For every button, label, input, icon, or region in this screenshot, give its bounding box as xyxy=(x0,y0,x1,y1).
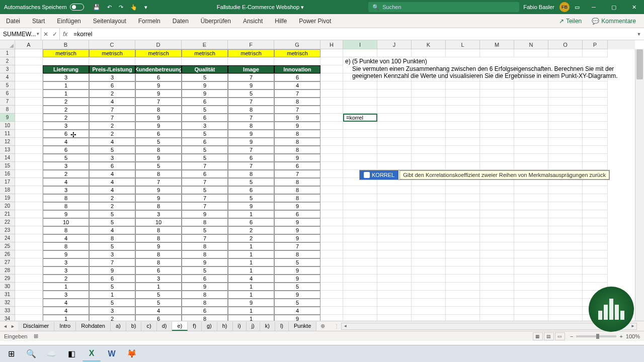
cell[interactable]: 5 xyxy=(182,73,228,81)
row-header-11[interactable]: 11 xyxy=(0,130,15,138)
cell[interactable] xyxy=(343,146,377,154)
col-header-N[interactable]: N xyxy=(514,40,548,49)
cell[interactable] xyxy=(15,258,43,266)
row-header-3[interactable]: 3 xyxy=(0,65,15,73)
cell[interactable] xyxy=(228,57,274,65)
cell[interactable] xyxy=(480,299,514,307)
cell[interactable] xyxy=(412,162,446,170)
cell[interactable] xyxy=(15,122,43,130)
cell[interactable] xyxy=(446,307,480,315)
cell[interactable] xyxy=(320,234,343,242)
cell[interactable]: 9 xyxy=(274,226,320,234)
sheet-first-icon[interactable]: ◄ xyxy=(3,324,8,329)
cell[interactable]: 5 xyxy=(182,106,228,114)
cell[interactable]: 3 xyxy=(43,122,89,130)
cell[interactable] xyxy=(343,106,377,114)
cell[interactable]: 9 xyxy=(274,202,320,210)
scroll-right-icon[interactable]: ► xyxy=(629,323,636,329)
cell[interactable] xyxy=(320,98,343,106)
search-taskbar-icon[interactable]: 🔍 xyxy=(22,346,40,361)
cell[interactable] xyxy=(446,130,480,138)
cell[interactable] xyxy=(480,130,514,138)
cell[interactable]: 4 xyxy=(274,81,320,89)
cell[interactable]: 5 xyxy=(135,299,182,307)
cell[interactable] xyxy=(412,194,446,202)
cell[interactable] xyxy=(548,266,583,275)
cell[interactable]: 8 xyxy=(135,146,182,154)
sheet-tab-k)[interactable]: k) xyxy=(260,322,275,331)
save-icon[interactable]: 💾 xyxy=(93,4,100,11)
cell[interactable] xyxy=(274,57,320,65)
cell[interactable]: 8 xyxy=(135,234,182,242)
cell[interactable] xyxy=(548,242,583,250)
row-header-12[interactable]: 12 xyxy=(0,138,15,146)
cell[interactable]: 1 xyxy=(228,266,274,275)
cell[interactable] xyxy=(182,57,228,65)
cell[interactable] xyxy=(15,242,43,250)
cell[interactable] xyxy=(377,258,412,266)
cell[interactable]: metrisch xyxy=(135,49,182,57)
cell[interactable] xyxy=(446,283,480,291)
cell[interactable] xyxy=(480,162,514,170)
cell[interactable]: 9 xyxy=(89,266,135,275)
row-header-20[interactable]: 20 xyxy=(0,202,15,210)
cell[interactable] xyxy=(320,258,343,266)
cell[interactable] xyxy=(480,186,514,194)
cell[interactable] xyxy=(514,242,548,250)
cell[interactable]: 2 xyxy=(43,106,89,114)
cell[interactable]: 6 xyxy=(274,162,320,170)
sheet-tab-d)[interactable]: d) xyxy=(157,322,173,331)
cell[interactable]: 5 xyxy=(182,226,228,234)
col-header-H[interactable]: H xyxy=(320,40,343,49)
cell[interactable] xyxy=(377,89,412,98)
cell[interactable] xyxy=(583,98,608,106)
cell[interactable] xyxy=(548,114,583,122)
document-title[interactable]: Fallstudie E-Commerce Webshop ▾ xyxy=(152,4,369,11)
cell[interactable]: 9 xyxy=(228,81,274,89)
page-break-button[interactable]: ▭ xyxy=(555,332,565,340)
cell[interactable]: 7 xyxy=(228,146,274,154)
cell[interactable] xyxy=(320,89,343,98)
cell[interactable]: 8 xyxy=(274,146,320,154)
ribbon-tab-überprüfen[interactable]: Überprüfen xyxy=(195,18,237,25)
col-header-D[interactable]: D xyxy=(135,40,182,49)
cell[interactable] xyxy=(412,307,446,315)
cell[interactable]: 3 xyxy=(43,73,89,81)
cell[interactable] xyxy=(514,130,548,138)
cell[interactable] xyxy=(446,242,480,250)
cell[interactable] xyxy=(377,194,412,202)
cell[interactable] xyxy=(548,186,583,194)
cell[interactable]: 3 xyxy=(89,307,135,315)
ribbon-tab-daten[interactable]: Daten xyxy=(167,18,195,25)
cell[interactable] xyxy=(480,194,514,202)
cell[interactable] xyxy=(480,89,514,98)
cell[interactable] xyxy=(514,275,548,283)
cell[interactable] xyxy=(343,186,377,194)
autosave-toggle[interactable]: Automatisches Speichern xyxy=(0,4,88,11)
cell[interactable] xyxy=(320,106,343,114)
col-header-E[interactable]: E xyxy=(182,40,228,49)
cell[interactable] xyxy=(514,89,548,98)
cell[interactable]: 5 xyxy=(228,89,274,98)
cell[interactable] xyxy=(412,266,446,275)
row-header-15[interactable]: 15 xyxy=(0,162,15,170)
cell[interactable]: 1 xyxy=(135,283,182,291)
cell[interactable]: 3 xyxy=(43,186,89,194)
cell[interactable]: 5 xyxy=(182,154,228,162)
cell[interactable] xyxy=(446,275,480,283)
cell[interactable]: 9 xyxy=(274,315,320,321)
cell[interactable]: 9 xyxy=(135,81,182,89)
cell[interactable] xyxy=(583,122,608,130)
cell[interactable]: 6 xyxy=(182,138,228,146)
sheet-tab-c)[interactable]: c) xyxy=(141,322,156,331)
cell[interactable] xyxy=(15,81,43,89)
cell[interactable] xyxy=(343,291,377,299)
cell[interactable] xyxy=(320,49,343,57)
cell[interactable] xyxy=(377,283,412,291)
row-header-29[interactable]: 29 xyxy=(0,275,15,283)
cell[interactable]: 7 xyxy=(274,242,320,250)
cell[interactable] xyxy=(446,202,480,210)
cell[interactable] xyxy=(583,186,608,194)
zoom-slider[interactable] xyxy=(576,335,616,337)
cell[interactable] xyxy=(377,291,412,299)
